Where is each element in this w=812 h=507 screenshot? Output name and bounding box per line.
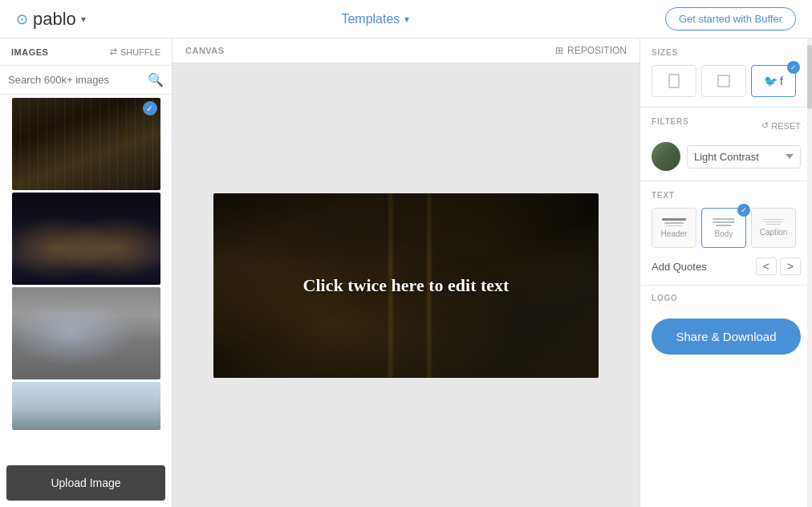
filters-title: FILTERS — [652, 117, 689, 126]
facebook-icon: f — [780, 75, 783, 87]
body-line3 — [716, 225, 732, 226]
header-line2 — [664, 222, 684, 224]
text-style-header-button[interactable]: Header — [652, 208, 696, 248]
filters-header: FILTERS ↺ RESET — [652, 117, 801, 134]
reposition-icon: ⊞ — [555, 45, 563, 56]
reset-icon: ↺ — [761, 120, 769, 131]
pablo-logo-icon: ⊙ — [16, 10, 28, 28]
square-size-icon — [717, 75, 730, 87]
sizes-section: SIZES ✓ 🐦 f — [640, 39, 812, 107]
logo-section-title: LOGO — [652, 294, 801, 302]
share-button-wrap: Share & Download — [640, 310, 812, 363]
image-thumb[interactable] — [12, 287, 160, 379]
header-label: Header — [661, 229, 688, 238]
size-square-button[interactable] — [701, 65, 746, 97]
templates-button[interactable]: Templates ▾ — [341, 12, 409, 26]
caption-line2 — [765, 221, 782, 222]
scrollbar-thumb[interactable] — [807, 45, 812, 109]
list-item[interactable] — [12, 382, 160, 430]
reset-button[interactable]: ↺ RESET — [761, 120, 801, 131]
image-thumb[interactable] — [12, 193, 160, 285]
body-line2 — [713, 221, 735, 223]
twitter-facebook-size-icon: 🐦 f — [764, 75, 783, 87]
text-style-caption-button[interactable]: Caption — [751, 208, 796, 248]
filter-preview-image — [652, 142, 680, 171]
image-thumb[interactable] — [12, 382, 160, 430]
reposition-button[interactable]: ⊞ REPOSITION — [555, 45, 627, 56]
templates-label: Templates — [341, 12, 400, 26]
search-bar: 🔍 — [0, 66, 172, 95]
body-label: Body — [715, 229, 733, 238]
search-icon[interactable]: 🔍 — [148, 72, 164, 87]
right-panel: SIZES ✓ 🐦 f FILTERS — [639, 39, 812, 507]
size-twitter-facebook-button[interactable]: ✓ 🐦 f — [751, 65, 796, 97]
text-section: TEXT Header ✓ Body — [640, 181, 812, 286]
sizes-title: SIZES — [652, 48, 801, 57]
image-grid: ✓ — [0, 95, 172, 459]
quotes-next-button[interactable]: > — [780, 258, 801, 275]
twitter-bird-icon: 🐦 — [764, 75, 777, 87]
text-title: TEXT — [652, 191, 801, 200]
logo-section: LOGO — [640, 286, 812, 310]
text-style-body-button[interactable]: ✓ Body — [701, 208, 746, 248]
filter-select-wrap: None Light Contrast Dark Contrast Warm C… — [652, 142, 801, 171]
list-item[interactable] — [12, 193, 160, 285]
share-download-button[interactable]: Share & Download — [652, 318, 801, 355]
body-line1 — [713, 218, 735, 220]
list-item[interactable] — [12, 287, 160, 379]
caption-label: Caption — [760, 228, 787, 237]
header: ⊙ pablo ▾ Templates ▾ Get started with B… — [0, 0, 812, 39]
get-started-button[interactable]: Get started with Buffer — [665, 7, 796, 30]
shuffle-label: SHUFFLE — [120, 47, 160, 57]
size-check-icon: ✓ — [787, 61, 800, 74]
caption-line1 — [763, 219, 784, 220]
templates-caret-icon: ▾ — [404, 14, 409, 25]
canvas-edit-text[interactable]: Click twice here to edit text — [213, 275, 599, 296]
shuffle-icon: ⇄ — [110, 47, 117, 57]
image-thumb[interactable] — [12, 98, 160, 190]
images-tab[interactable]: IMAGES — [11, 47, 48, 57]
canvas-toolbar: CANVAS ⊞ REPOSITION — [173, 39, 639, 63]
selected-check-icon: ✓ — [143, 101, 157, 116]
body-check-icon: ✓ — [737, 204, 750, 217]
list-item[interactable]: ✓ — [12, 98, 160, 190]
quotes-prev-button[interactable]: < — [756, 258, 777, 275]
add-quotes-label: Add Quotes — [652, 261, 707, 273]
reposition-label: REPOSITION — [567, 45, 627, 56]
canvas-wrap: Click twice here to edit text — [173, 63, 639, 507]
quotes-nav: < > — [756, 258, 801, 275]
text-style-options: Header ✓ Body Caption — [652, 208, 801, 248]
add-quotes-row: Add Quotes < > — [652, 258, 801, 275]
header-line3 — [666, 225, 682, 226]
main-layout: IMAGES ⇄ SHUFFLE 🔍 ✓ — [0, 39, 812, 507]
canvas-area: CANVAS ⊞ REPOSITION Click twice here to … — [173, 39, 639, 507]
logo-text: pablo — [33, 9, 76, 30]
header-line1 — [662, 218, 686, 221]
caption-line3 — [766, 224, 781, 225]
sizes-row: ✓ 🐦 f — [652, 65, 801, 97]
filters-section: FILTERS ↺ RESET None Light Contrast Dark… — [640, 107, 812, 181]
filter-select[interactable]: None Light Contrast Dark Contrast Warm C… — [687, 145, 801, 168]
reset-label: RESET — [771, 121, 801, 131]
shuffle-button[interactable]: ⇄ SHUFFLE — [110, 47, 160, 57]
pinterest-size-icon — [668, 74, 680, 88]
canvas-image[interactable]: Click twice here to edit text — [213, 193, 599, 378]
size-pinterest-button[interactable] — [652, 65, 696, 97]
logo-caret-icon[interactable]: ▾ — [81, 14, 86, 25]
upload-image-button[interactable]: Upload Image — [6, 465, 165, 501]
scrollbar-track[interactable] — [807, 39, 812, 507]
logo-area: ⊙ pablo ▾ — [16, 9, 86, 30]
canvas-label: CANVAS — [185, 46, 225, 55]
sidebar: IMAGES ⇄ SHUFFLE 🔍 ✓ — [0, 39, 173, 507]
sidebar-header: IMAGES ⇄ SHUFFLE — [0, 39, 172, 66]
search-input[interactable] — [8, 74, 148, 86]
